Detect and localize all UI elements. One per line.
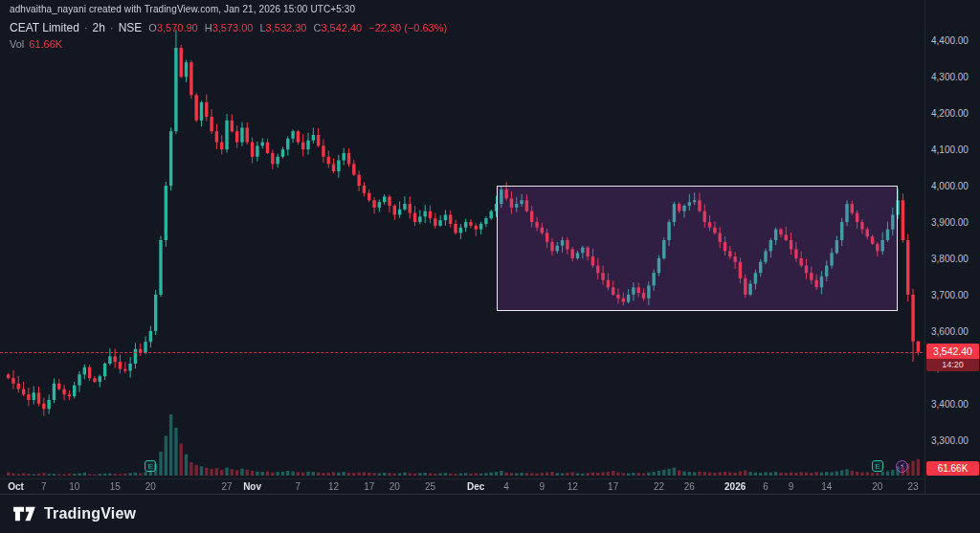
high-value: H3,573.00 [205,21,254,35]
legend-main-row: CEAT Limited · 2h · NSE O3,570.90 H3,573… [10,21,447,35]
rectangle-drawing[interactable] [497,186,899,311]
time-tick-label: 2026 [724,481,746,492]
tradingview-chart-window: adhvaitha_nayani created with TradingVie… [0,0,980,533]
price-tick-label: 4,400.00 [931,35,969,46]
time-tick-label: Nov [243,481,261,492]
price-tick-label: 3,700.00 [931,290,969,300]
time-tick-label: 26 [684,481,695,492]
time-tick-label: 9 [540,481,546,492]
time-tick-label: 23 [907,481,918,492]
volume-badge: 61.66K [926,461,979,476]
change-value: −22.30 (−0.63%) [368,21,447,35]
time-tick-label: Dec [467,481,484,492]
price-tick-label: 4,200.00 [931,108,969,119]
time-tick-label: 12 [568,481,578,492]
symbol-name[interactable]: CEAT Limited [10,21,79,35]
attribution-text: adhvaitha_nayani created with TradingVie… [10,4,355,14]
time-tick-label: 17 [364,481,374,492]
tradingview-logo[interactable]: TradingView [11,504,136,523]
earnings-icon[interactable]: E [872,460,883,472]
time-tick-label: 12 [328,481,339,492]
last-price-badge: 3,542.40 14:20 [926,344,979,371]
time-tick-label: 17 [608,481,618,492]
price-tick-label: 4,300.00 [931,72,969,82]
price-tick-label: 3,900.00 [931,217,969,228]
volume-value: 61.66K [29,37,62,52]
time-tick-label: 20 [872,481,882,492]
symbol-legend: CEAT Limited · 2h · NSE O3,570.90 H3,573… [10,21,447,52]
time-tick-label: 27 [221,481,232,492]
time-tick-label: 7 [296,481,301,492]
time-tick-label: 10 [69,481,79,492]
earnings-icon[interactable]: E [145,460,156,472]
time-tick-label: 4 [503,481,509,492]
interval-label[interactable]: 2h [93,21,105,35]
price-tick-label: 3,300.00 [931,435,969,446]
time-tick-label: 22 [654,481,664,492]
price-tick-label: 3,400.00 [931,399,969,410]
time-tick-label: 20 [145,481,156,492]
time-tick-label: 20 [390,481,400,492]
tradingview-wordmark: TradingView [44,505,136,522]
bar-countdown: 14:20 [926,359,979,371]
close-value: C3,542.40 [313,21,362,35]
time-tick-label: 25 [425,481,435,492]
time-tick-label: 15 [110,481,121,492]
current-price-line [0,352,923,353]
footer-bar: TradingView [0,494,980,533]
time-tick-label: 7 [41,481,47,492]
time-tick-label: Oct [8,481,24,492]
price-tick-label: 3,600.00 [931,326,969,337]
price-tick-label: 4,100.00 [931,144,969,155]
time-axis[interactable]: Oct710152027Nov712172025Dec4912172226202… [0,478,924,495]
last-price-value: 3,542.40 [926,344,979,359]
time-tick-label: 9 [789,481,794,492]
tradingview-logo-icon [11,504,36,523]
legend-volume-row: Vol 61.66K [10,37,447,52]
price-tick-label: 3,800.00 [931,254,969,264]
time-tick-label: 6 [763,481,768,492]
low-value: L3,532.30 [259,21,306,35]
exchange-label[interactable]: NSE [119,21,143,35]
legend-separator: · [110,21,114,35]
price-axis[interactable]: 3,300.003,400.003,500.003,600.003,700.00… [924,0,980,494]
legend-separator: · [84,21,88,35]
time-tick-label: 14 [821,481,832,492]
volume-label: Vol [10,37,24,52]
price-tick-label: 4,000.00 [931,181,969,191]
open-value: O3,570.90 [148,21,197,35]
